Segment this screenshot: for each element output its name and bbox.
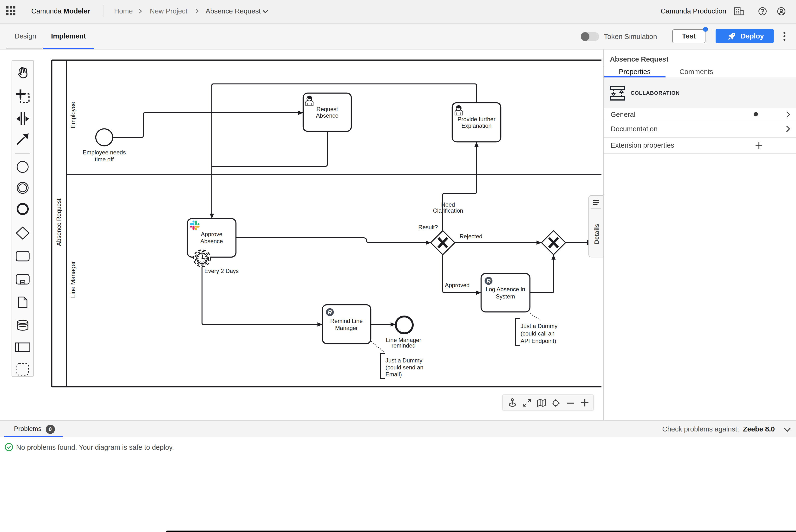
- svg-text:Need: Need: [441, 201, 455, 208]
- svg-text:Rejected: Rejected: [460, 233, 483, 240]
- svg-text:API Endpoint): API Endpoint): [521, 338, 556, 344]
- svg-text:Provide further: Provide further: [457, 116, 495, 122]
- svg-text:Employee: Employee: [70, 101, 76, 128]
- svg-text:Manager: Manager: [335, 325, 358, 331]
- svg-text:reminded: reminded: [392, 342, 416, 349]
- svg-text:Remind Line: Remind Line: [330, 318, 363, 324]
- svg-text:Employee needs: Employee needs: [83, 149, 126, 156]
- svg-text:time off: time off: [95, 156, 114, 163]
- svg-text:Request: Request: [316, 106, 338, 112]
- svg-text:Approve: Approve: [201, 231, 222, 238]
- svg-text:Absence: Absence: [316, 112, 338, 119]
- svg-text:Absence Request: Absence Request: [55, 198, 62, 246]
- svg-text:Log Absence in: Log Absence in: [486, 286, 525, 292]
- svg-text:Approved: Approved: [445, 282, 470, 288]
- svg-text:Details: Details: [593, 224, 600, 244]
- svg-text:(could send an: (could send an: [385, 364, 423, 370]
- svg-text:Clarification: Clarification: [433, 207, 463, 214]
- svg-text:Absence: Absence: [200, 238, 223, 244]
- svg-text:System: System: [496, 293, 515, 300]
- svg-text:Every 2 Days: Every 2 Days: [204, 268, 239, 274]
- svg-text:(could call an: (could call an: [521, 330, 555, 337]
- svg-text:Result?: Result?: [418, 224, 438, 230]
- svg-text:Just a Dummy: Just a Dummy: [521, 323, 557, 329]
- svg-text:Email): Email): [385, 371, 402, 378]
- svg-text:Just a Dummy: Just a Dummy: [385, 357, 422, 364]
- svg-text:Explanation: Explanation: [461, 122, 491, 129]
- svg-text:Line Manager: Line Manager: [70, 261, 76, 298]
